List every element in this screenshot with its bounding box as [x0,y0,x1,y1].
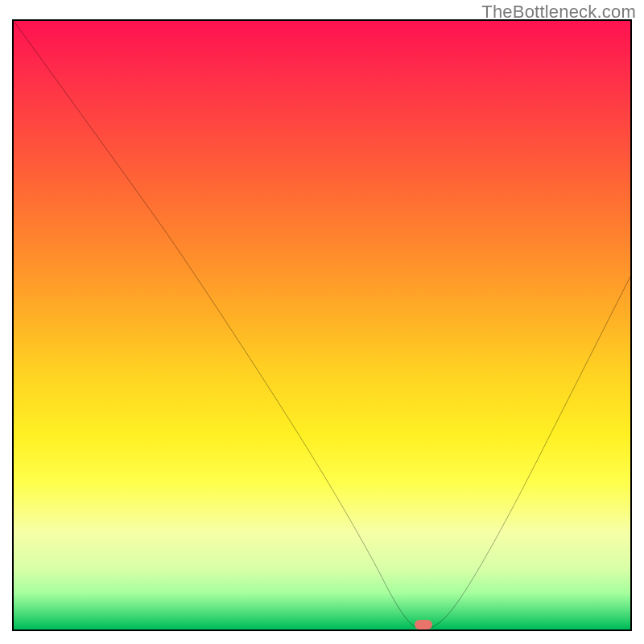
chart-stage: TheBottleneck.com [0,0,644,644]
optimal-point-marker [415,620,432,630]
bottleneck-curve [14,21,630,630]
chart-frame [12,19,632,631]
